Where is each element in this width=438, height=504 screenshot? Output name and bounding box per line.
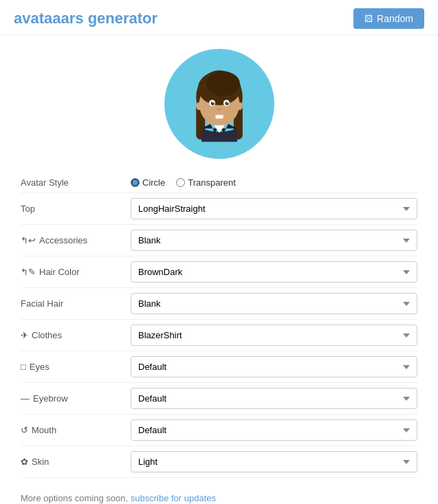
eyes-icon: □ — [21, 362, 26, 372]
eyes-label: □ Eyes — [21, 362, 131, 372]
clothes-label: ✈ Clothes — [21, 330, 131, 340]
mouth-select[interactable]: ConcernedDefaultDisbeliefEatingGrimaceSa… — [131, 419, 417, 441]
top-label: Top — [21, 204, 131, 214]
avatar-svg — [175, 59, 264, 149]
mouth-label: ↺ Mouth — [21, 425, 131, 435]
app-header: avataaars generator ⚄ Random — [0, 0, 438, 35]
top-input-wrapper: LongHairStraightLongHairCurlyShortHairSh… — [131, 198, 417, 219]
dynamic-controls: TopLongHairStraightLongHairCurlyShortHai… — [21, 193, 417, 478]
eyes-row: □ EyesCloseCryDefaultDizzyEyeRollHappyHe… — [21, 351, 417, 383]
footer-note: More options coming soon, subscribe for … — [0, 485, 438, 504]
svg-point-14 — [217, 108, 221, 111]
skin-input-wrapper: TannedYellowPaleLightBrownDarkBrownBlack — [131, 451, 417, 472]
accessories-input-wrapper: BlankKurtPrescription01Prescription02Rou… — [131, 230, 417, 251]
svg-point-13 — [226, 102, 228, 103]
accessories-row: ↰↩ AccessoriesBlankKurtPrescription01Pre… — [21, 225, 417, 256]
style-transparent-option[interactable]: Transparent — [176, 177, 236, 188]
svg-point-5 — [206, 72, 239, 96]
svg-point-12 — [212, 102, 213, 103]
accessories-label: ↰↩ Accessories — [21, 235, 131, 245]
random-button-label: Random — [377, 13, 413, 24]
skin-select[interactable]: TannedYellowPaleLightBrownDarkBrownBlack — [131, 451, 417, 472]
mouth-row: ↺ MouthConcernedDefaultDisbeliefEatingGr… — [21, 415, 417, 446]
eyebrow-label: — Eyebrow — [21, 393, 131, 404]
skin-icon: ✿ — [21, 457, 28, 467]
top-row: TopLongHairStraightLongHairCurlyShortHai… — [21, 193, 417, 225]
mouth-input-wrapper: ConcernedDefaultDisbeliefEatingGrimaceSa… — [131, 419, 417, 441]
eyebrow-select[interactable]: AngryAngryNaturalDefaultDefaultNaturalFl… — [131, 388, 417, 409]
facial-hair-row: Facial HairBlankBeardMediumBeardLightBea… — [21, 288, 417, 320]
accessories-select[interactable]: BlankKurtPrescription01Prescription02Rou… — [131, 230, 417, 251]
skin-label: ✿ Skin — [21, 457, 131, 467]
eyebrow-input-wrapper: AngryAngryNaturalDefaultDefaultNaturalFl… — [131, 388, 417, 409]
facial-hair-select[interactable]: BlankBeardMediumBeardLightBeardMagesticM… — [131, 293, 417, 314]
style-transparent-label: Transparent — [188, 177, 236, 188]
eyes-select[interactable]: CloseCryDefaultDizzyEyeRollHappyHeartsSi… — [131, 356, 417, 377]
avatar-preview-section — [0, 35, 438, 166]
hair-color-input-wrapper: AuburnBlackBlondeBlondeGoldenBrownBrownD… — [131, 261, 417, 283]
hair-color-icon: ↰✎ — [21, 267, 36, 277]
svg-point-6 — [196, 102, 202, 110]
skin-row: ✿ SkinTannedYellowPaleLightBrownDarkBrow… — [21, 446, 417, 478]
avatar-style-row: Avatar Style Circle Transparent — [21, 173, 417, 193]
hair-color-select[interactable]: AuburnBlackBlondeBlondeGoldenBrownBrownD… — [131, 261, 417, 283]
avatar-style-input: Circle Transparent — [131, 177, 417, 188]
svg-rect-15 — [215, 116, 223, 119]
eyebrow-icon: — — [21, 393, 30, 404]
accessories-icon: ↰↩ — [21, 235, 36, 245]
clothes-icon: ✈ — [21, 330, 28, 340]
avatar-circle — [164, 49, 274, 159]
clothes-row: ✈ ClothesBlazerShirtBlazerSweaterCollarS… — [21, 320, 417, 351]
facial-hair-label: Facial Hair — [21, 298, 131, 309]
clothes-input-wrapper: BlazerShirtBlazerSweaterCollarSweaterGra… — [131, 325, 417, 346]
style-circle-option[interactable]: Circle — [131, 177, 165, 188]
top-select[interactable]: LongHairStraightLongHairCurlyShortHairSh… — [131, 198, 417, 219]
hair-color-label: ↰✎ Hair Color — [21, 267, 131, 277]
controls-section: Avatar Style Circle Transparent TopLongH… — [0, 166, 438, 485]
hair-color-row: ↰✎ Hair ColorAuburnBlackBlondeBlondeGold… — [21, 256, 417, 288]
avatar-style-label: Avatar Style — [21, 177, 131, 188]
facial-hair-input-wrapper: BlankBeardMediumBeardLightBeardMagesticM… — [131, 293, 417, 314]
random-icon: ⚄ — [364, 13, 373, 24]
random-button[interactable]: ⚄ Random — [353, 8, 424, 29]
style-circle-radio[interactable] — [131, 178, 140, 187]
subscribe-link[interactable]: subscribe for updates — [131, 493, 216, 503]
style-transparent-radio[interactable] — [176, 178, 185, 187]
eyes-input-wrapper: CloseCryDefaultDizzyEyeRollHappyHeartsSi… — [131, 356, 417, 377]
clothes-select[interactable]: BlazerShirtBlazerSweaterCollarSweaterGra… — [131, 325, 417, 346]
style-circle-label: Circle — [142, 177, 165, 188]
svg-point-7 — [236, 102, 242, 110]
mouth-icon: ↺ — [21, 425, 28, 435]
eyebrow-row: — EyebrowAngryAngryNaturalDefaultDefault… — [21, 383, 417, 415]
app-title: avataaars generator — [14, 10, 157, 28]
